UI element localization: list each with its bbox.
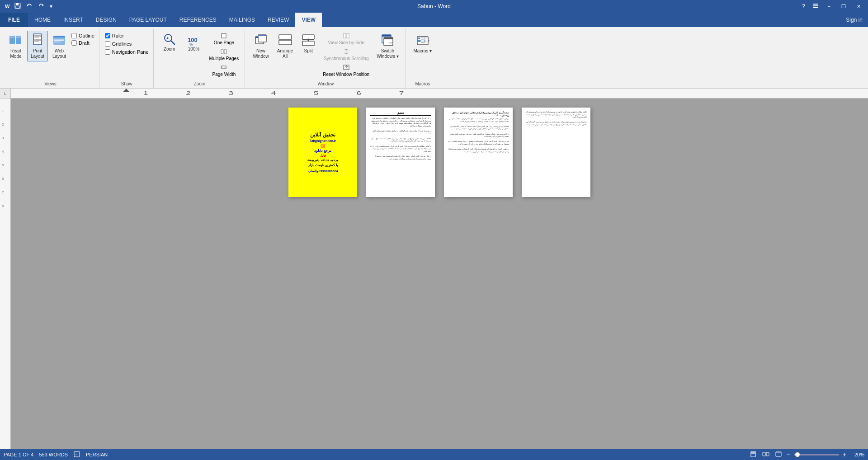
tab-design[interactable]: DESIGN bbox=[90, 13, 123, 27]
horizontal-ruler: 7 6 5 4 3 2 1 bbox=[11, 89, 868, 99]
undo-quick-btn[interactable] bbox=[24, 2, 34, 11]
svg-text:6: 6 bbox=[356, 91, 363, 96]
tab-home[interactable]: HOME bbox=[28, 13, 57, 27]
zoom-slider[interactable] bbox=[794, 454, 839, 455]
zoom-out-btn[interactable]: − bbox=[787, 451, 790, 458]
svg-point-89 bbox=[324, 145, 324, 145]
svg-rect-44 bbox=[279, 35, 292, 39]
svg-line-30 bbox=[171, 41, 175, 44]
window-sub-buttons: View Side by Side Synchronous Scrolling … bbox=[321, 31, 372, 78]
page-1-content: تحقیق آنلاین Tahghighonline.ir مرجع دانل… bbox=[288, 108, 357, 197]
svg-rect-8 bbox=[813, 5, 818, 6]
svg-rect-93 bbox=[751, 452, 755, 453]
word-icon: W bbox=[4, 3, 11, 10]
draft-checkbox-label[interactable]: Draft bbox=[71, 40, 95, 46]
tab-mailings[interactable]: MAILINGS bbox=[223, 13, 261, 27]
zoom-level: 20% bbox=[850, 452, 864, 457]
ruler-checkbox[interactable] bbox=[105, 33, 110, 38]
switch-windows-label: SwitchWindows ▾ bbox=[377, 48, 398, 59]
svg-rect-17 bbox=[34, 35, 41, 36]
arrange-all-btn[interactable]: ArrangeAll bbox=[274, 31, 297, 61]
gridlines-label: Gridlines bbox=[112, 41, 132, 47]
switch-windows-btn[interactable]: SwitchWindows ▾ bbox=[373, 31, 401, 61]
svg-rect-12 bbox=[10, 37, 14, 37]
arrange-all-icon bbox=[278, 33, 292, 47]
svg-rect-51 bbox=[344, 33, 346, 38]
svg-rect-3 bbox=[16, 3, 19, 5]
page-4: خلاصه مطالب تحقیق و نتیجه گیری: با توجه … bbox=[522, 108, 590, 197]
svg-rect-95 bbox=[763, 452, 765, 456]
sync-scrolling-btn[interactable]: Synchronous Scrolling bbox=[321, 47, 372, 62]
draft-checkbox[interactable] bbox=[71, 40, 77, 46]
save-quick-btn[interactable] bbox=[13, 2, 23, 11]
reset-window-btn[interactable]: Reset Window Position bbox=[321, 63, 372, 78]
svg-rect-20 bbox=[34, 39, 41, 40]
tab-insert[interactable]: INSERT bbox=[57, 13, 90, 27]
svg-rect-57 bbox=[382, 35, 391, 37]
window-title: Sabun - Word bbox=[417, 3, 451, 9]
svg-marker-76 bbox=[123, 89, 130, 92]
read-mode-label: ReadMode bbox=[10, 48, 21, 59]
svg-rect-35 bbox=[222, 35, 226, 35]
view-side-by-side-btn[interactable]: View Side by Side bbox=[321, 32, 372, 47]
web-layout-status-btn[interactable] bbox=[774, 450, 783, 460]
language-label: PERSIAN bbox=[86, 452, 108, 457]
tab-references[interactable]: REFERENCES bbox=[173, 13, 223, 27]
document-area[interactable]: تحقیق آنلاین Tahghighonline.ir مرجع دانل… bbox=[11, 99, 868, 460]
nav-pane-checkbox-label[interactable]: Navigation Pane bbox=[104, 49, 150, 55]
print-layout-status-btn[interactable] bbox=[749, 450, 758, 460]
gridlines-checkbox[interactable] bbox=[105, 41, 110, 47]
macros-btn[interactable]: ⋮⋮⋮ Macros ▾ bbox=[410, 31, 435, 56]
ribbon-display-btn[interactable] bbox=[811, 2, 821, 11]
svg-rect-4 bbox=[16, 6, 19, 8]
svg-text:4: 4 bbox=[271, 91, 278, 96]
svg-text:%: % bbox=[189, 42, 193, 47]
web-layout-icon bbox=[52, 33, 66, 47]
svg-rect-67 bbox=[421, 41, 427, 42]
tab-view[interactable]: VIEW bbox=[295, 13, 322, 27]
split-icon bbox=[301, 33, 316, 47]
zoom-btn[interactable]: + Zoom bbox=[158, 31, 181, 53]
one-page-btn[interactable]: One Page bbox=[207, 32, 241, 47]
new-window-label: NewWindow bbox=[253, 48, 269, 59]
page-2-content: تحقیق در این قرن از سوی بیان پیام روشنای… bbox=[366, 108, 435, 197]
title-bar: W ▾ Sabun - Word ? − ❒ ✕ bbox=[0, 0, 868, 13]
outline-checkbox-label[interactable]: Outline bbox=[71, 33, 95, 39]
redo-quick-btn[interactable] bbox=[36, 2, 46, 11]
tab-file[interactable]: FILE bbox=[0, 13, 28, 27]
svg-rect-43 bbox=[258, 35, 266, 36]
new-window-btn[interactable]: NewWindow bbox=[250, 31, 272, 61]
views-buttons: ReadMode P bbox=[5, 29, 95, 80]
nav-pane-checkbox[interactable] bbox=[105, 49, 110, 55]
read-mode-status-btn[interactable] bbox=[761, 450, 770, 460]
one-page-label: One Page bbox=[214, 40, 234, 45]
customize-quick-btn[interactable]: ▾ bbox=[48, 2, 54, 10]
proofing-icon[interactable]: ✓ bbox=[73, 451, 80, 459]
zoom-100-btn[interactable]: 100 % 100% bbox=[183, 31, 205, 53]
ruler-checkbox-label[interactable]: Ruler bbox=[104, 33, 150, 39]
tab-review[interactable]: REVIEW bbox=[261, 13, 295, 27]
multiple-pages-btn[interactable]: Multiple Pages bbox=[207, 47, 241, 62]
ribbon-group-views: ReadMode P bbox=[2, 29, 99, 88]
zoom-in-btn[interactable]: + bbox=[843, 451, 846, 458]
svg-rect-27 bbox=[54, 42, 61, 42]
minimize-btn[interactable]: − bbox=[824, 3, 834, 10]
vertical-ruler: 1 2 3 4 5 6 7 8 bbox=[0, 99, 11, 460]
switch-windows-icon bbox=[380, 33, 395, 47]
outline-checkbox[interactable] bbox=[71, 33, 77, 38]
sign-in-link[interactable]: Sign in bbox=[840, 13, 868, 27]
ruler-area: L 7 6 5 4 3 2 1 bbox=[0, 89, 868, 99]
help-btn[interactable]: ? bbox=[800, 2, 807, 10]
gridlines-checkbox-label[interactable]: Gridlines bbox=[104, 41, 150, 47]
tab-pagelayout[interactable]: PAGE LAYOUT bbox=[123, 13, 173, 27]
svg-rect-14 bbox=[16, 37, 21, 37]
split-btn[interactable]: Split bbox=[298, 31, 319, 56]
close-btn[interactable]: ✕ bbox=[853, 3, 864, 10]
ruler-corner[interactable]: L bbox=[0, 89, 11, 99]
read-mode-btn[interactable]: ReadMode bbox=[5, 31, 26, 61]
restore-btn[interactable]: ❒ bbox=[838, 3, 849, 10]
arrange-all-label: ArrangeAll bbox=[277, 48, 293, 59]
page-width-btn[interactable]: Page Width bbox=[207, 63, 241, 78]
web-layout-btn[interactable]: WebLayout bbox=[49, 31, 70, 61]
print-layout-btn[interactable]: PrintLayout bbox=[27, 31, 48, 61]
